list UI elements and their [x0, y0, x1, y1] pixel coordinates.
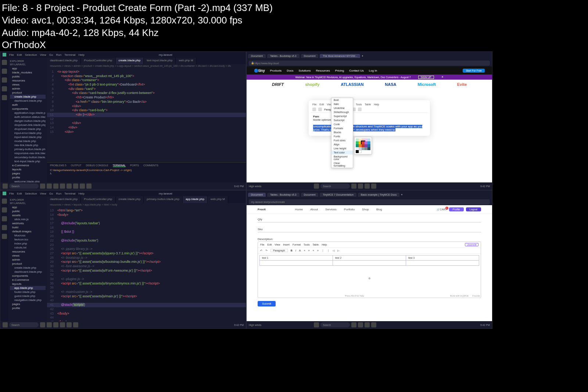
tree-item[interactable]: public: [10, 209, 46, 213]
color-swatch[interactable]: [368, 138, 370, 141]
color-swatch[interactable]: [365, 138, 368, 141]
paragraph-select[interactable]: Paragraph: [270, 249, 288, 252]
nav-link[interactable]: Portfolio: [344, 208, 355, 211]
taskbar-search[interactable]: Search: [320, 184, 350, 189]
tree-item[interactable]: product: [10, 91, 46, 95]
menu-run[interactable]: Run: [56, 192, 61, 195]
dd-strike[interactable]: Strikethrough: [331, 110, 353, 114]
color-swatch[interactable]: [365, 147, 368, 150]
breadcrumb[interactable]: resources > views > layouts > app.blade.…: [47, 203, 246, 207]
tree-item[interactable]: favicon.ico: [10, 237, 46, 242]
editor-tab[interactable]: text-input.blade.php: [144, 58, 176, 64]
upgrade-button[interactable]: Upgrade: [465, 243, 478, 246]
color-swatch[interactable]: [359, 147, 362, 150]
tree-item[interactable]: robots.txt: [10, 246, 46, 250]
taskbar-search[interactable]: Search: [9, 184, 39, 189]
tray-time[interactable]: 9:42 PM: [480, 324, 490, 326]
git-icon[interactable]: [2, 216, 7, 221]
nav-link[interactable]: Docs: [287, 69, 293, 72]
color-swatch[interactable]: [362, 138, 365, 141]
tree-item[interactable]: app: [10, 66, 46, 70]
git-icon[interactable]: [2, 77, 7, 83]
color-swatch[interactable]: [365, 144, 368, 147]
tree-item[interactable]: pages: [10, 171, 46, 175]
tiny-logo[interactable]: 🔵tiny: [254, 69, 265, 73]
brand[interactable]: Freeit: [258, 208, 266, 211]
undo-icon[interactable]: ↶: [260, 249, 262, 252]
tray-time[interactable]: 9:42 PM: [234, 324, 244, 326]
list-ol-icon[interactable]: ⋮: [327, 249, 330, 252]
taskbar-app-icon[interactable]: [53, 184, 58, 189]
menu-edit[interactable]: Edit: [17, 192, 22, 195]
color-swatch[interactable]: [356, 138, 359, 141]
tree-item-active[interactable]: create.blade.php: [10, 95, 46, 99]
new-tab-icon[interactable]: +: [362, 55, 363, 57]
menu-selection[interactable]: Selection: [25, 192, 37, 195]
menu-run[interactable]: Run: [56, 53, 61, 57]
menu-item[interactable]: Format: [293, 243, 301, 246]
start-icon[interactable]: [3, 322, 8, 327]
table-cell[interactable]: test 1: [260, 255, 333, 261]
editor-tab-active[interactable]: app.blade.php: [183, 196, 208, 203]
editor-tab[interactable]: ProductController.php: [81, 58, 115, 64]
tree-item[interactable]: input-error.blade.php: [10, 131, 46, 135]
tree-item[interactable]: Mocross: [10, 233, 46, 237]
tree-item[interactable]: app: [10, 205, 46, 209]
tree-item[interactable]: components: [10, 274, 46, 278]
taskbar-app-icon[interactable]: [80, 184, 85, 189]
tree-item[interactable]: views: [10, 83, 46, 87]
signup-button[interactable]: SIGN UP: [418, 76, 434, 79]
nav-link[interactable]: Blog: [376, 208, 382, 211]
taskbar-search[interactable]: Search: [320, 322, 350, 327]
term-tab[interactable]: PROBLEMS 5: [50, 164, 67, 167]
menu-item[interactable]: File: [312, 103, 316, 106]
tree-item[interactable]: default-images: [10, 229, 46, 233]
color-swatch[interactable]: [356, 147, 359, 150]
color-swatch[interactable]: [368, 147, 370, 150]
tree-item[interactable]: auth: [10, 103, 46, 107]
new-tab-icon[interactable]: +: [401, 193, 402, 196]
taskbar-app-icon[interactable]: [47, 184, 52, 189]
tree-item[interactable]: dashboard.blade.php: [10, 270, 46, 274]
menu-help[interactable]: Help: [78, 192, 84, 195]
tray-time[interactable]: 9:42 PM: [480, 185, 490, 188]
tree-item[interactable]: assets: [10, 213, 46, 217]
undo-icon[interactable]: [312, 108, 316, 111]
tree-item[interactable]: modal.blade.php: [10, 139, 46, 143]
logout-button[interactable]: Logout: [466, 207, 481, 211]
color-swatch-selected[interactable]: [362, 141, 365, 144]
breadcrumb[interactable]: resources > views > admin > product > cr…: [47, 64, 246, 69]
menu-item[interactable]: Tools: [304, 243, 309, 246]
term-tab[interactable]: DEBUG CONSOLE: [86, 164, 108, 167]
tree-item[interactable]: build: [10, 225, 46, 229]
tree-item[interactable]: product: [10, 262, 46, 266]
menu-item[interactable]: Help: [322, 243, 327, 246]
browser-tab-active[interactable]: Document: [248, 193, 266, 197]
color-swatch[interactable]: [362, 147, 365, 150]
tree-item[interactable]: input-label.blade.php: [10, 135, 46, 139]
editor-tab[interactable]: primary-button.blade.php: [144, 196, 183, 203]
term-tab[interactable]: OUTPUT: [71, 164, 82, 167]
menu-item[interactable]: Tools: [356, 103, 362, 106]
editor-tab[interactable]: web.php M: [208, 196, 228, 203]
tree-item[interactable]: responsive-nav-link.blade.php: [10, 151, 46, 155]
taskbar-app-icon[interactable]: [351, 322, 356, 327]
taskbar-app-icon[interactable]: [351, 184, 356, 189]
tree-item[interactable]: nav-link.blade.php: [10, 143, 46, 147]
tree-item[interactable]: admin: [10, 258, 46, 262]
color-swatch[interactable]: [359, 144, 362, 147]
tree-item[interactable]: application-logo.blade.php: [10, 111, 46, 115]
editor-tab[interactable]: create.blade.php: [116, 196, 144, 203]
dd-italic[interactable]: Italic: [331, 102, 353, 106]
taskbar-app-icon[interactable]: [358, 322, 363, 327]
color-swatch[interactable]: [359, 138, 362, 141]
tree-item[interactable]: e-Commerce: [10, 278, 46, 282]
dd-bold[interactable]: Bold: [331, 98, 353, 102]
align-center-icon[interactable]: ≡: [308, 249, 309, 252]
start-icon[interactable]: [3, 184, 8, 189]
editor-tab-active[interactable]: create.blade.php: [116, 58, 144, 64]
tree-item[interactable]: index.php: [10, 242, 46, 246]
tree-item[interactable]: public: [10, 75, 46, 79]
url-bar[interactable]: 🔒 https://www.tiny.cloud: [249, 61, 490, 66]
menu-go[interactable]: Go: [49, 53, 53, 57]
